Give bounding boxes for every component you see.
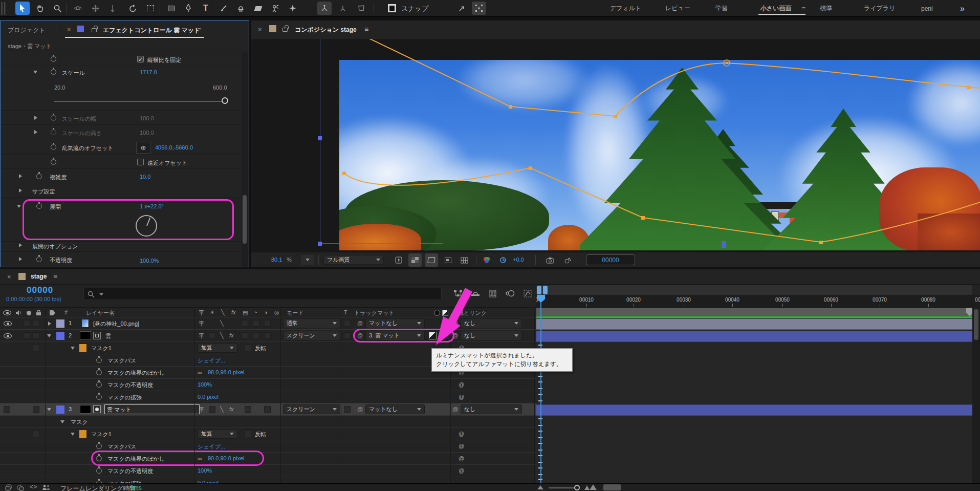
parent-dropdown[interactable]: なし <box>461 318 522 328</box>
pickwhip-icon[interactable]: @ <box>459 431 464 437</box>
snap-checkbox[interactable] <box>388 4 396 12</box>
layer-color-swatch[interactable] <box>56 319 64 328</box>
composition-color-swatch[interactable] <box>269 25 276 32</box>
tab-effect-controls[interactable]: エフェクトコントロール 雲 マット <box>103 26 200 35</box>
luma-matte-toggle-icon[interactable] <box>429 332 437 339</box>
collapse-chevron-icon[interactable] <box>17 205 21 208</box>
stopwatch-icon[interactable] <box>51 56 56 62</box>
fast-preview-icon[interactable] <box>392 253 405 267</box>
timeline-hscrollbar-thumb[interactable] <box>603 484 621 490</box>
opacity-value[interactable]: 100.0% <box>140 258 159 264</box>
stopwatch-icon[interactable] <box>51 159 56 165</box>
evolution-value[interactable]: 1 x+22.0° <box>140 203 164 209</box>
expand-chevron-icon[interactable] <box>48 322 51 326</box>
pickwhip-icon[interactable]: @ <box>459 455 464 461</box>
work-area-end-handle[interactable] <box>543 286 548 294</box>
track-matte-dropdown[interactable]: 3. 雲 マット <box>365 331 425 340</box>
timeline-zoom-slider-track[interactable] <box>549 487 575 488</box>
view-axis-mode[interactable] <box>354 2 368 15</box>
brush-tool[interactable] <box>216 2 230 15</box>
stopwatch-icon[interactable] <box>51 69 56 75</box>
mode-column-label[interactable]: モード <box>287 309 304 317</box>
timeline-vscrollbar[interactable] <box>972 307 980 483</box>
world-axis-mode[interactable] <box>336 2 350 15</box>
eraser-tool[interactable] <box>251 2 265 15</box>
track-matte-dropdown[interactable]: マットなし <box>365 318 425 328</box>
grid-guides-icon[interactable] <box>458 253 471 267</box>
layer-row-2[interactable]: 2 雲 平 ╲ fx スクリーン @ 3. 雲 マット @ なし <box>0 330 536 342</box>
workspace-default[interactable]: デフォルト <box>610 0 641 17</box>
expand-chevron-icon[interactable] <box>19 257 22 261</box>
comp-timecode-field[interactable]: 00000 <box>586 254 635 265</box>
people-icon[interactable] <box>42 484 51 490</box>
shy-layers-icon[interactable] <box>468 287 483 300</box>
workspace-overflow-chevrons[interactable]: » <box>960 0 965 17</box>
video-eye-icon[interactable] <box>4 321 12 326</box>
layer-row-3-selected[interactable]: 3 雲 マット 平 ╲ fx スクリーン @ マットなし @ なし <box>0 403 536 416</box>
property-row-mask-path[interactable]: マスクパス シェイプ... @ <box>0 440 536 453</box>
property-value[interactable]: 0.0 pixel <box>198 394 219 400</box>
pen-tool[interactable] <box>181 2 195 15</box>
work-area-bar[interactable] <box>536 308 972 316</box>
link-icon[interactable]: ∞ <box>198 369 202 376</box>
ec-scrollbar-thumb[interactable] <box>243 195 247 244</box>
time-ruler[interactable]: 00000 00010 00020 00030 00040 00050 0006… <box>536 295 980 307</box>
blend-mode-dropdown[interactable]: 通常 <box>283 318 340 328</box>
stopwatch-icon[interactable] <box>51 115 56 121</box>
clone-stamp-tool[interactable] <box>233 2 248 15</box>
roto-brush-tool[interactable] <box>286 2 300 15</box>
workspace-standard[interactable]: 標準 <box>820 0 832 17</box>
code-brackets-icon[interactable]: <> <box>30 484 37 491</box>
stopwatch-icon[interactable] <box>96 456 102 461</box>
search-input[interactable] <box>83 288 442 300</box>
aspect-ratio-checkbox[interactable]: ✓ <box>137 56 144 62</box>
quality-switch[interactable]: ╲ <box>220 406 224 413</box>
mask-mode-dropdown[interactable]: 加算 <box>198 429 237 439</box>
property-row-mask-expansion-partial[interactable]: マスクの拡張 0.0 pixel <box>0 477 536 483</box>
pan-camera-tool[interactable] <box>88 2 102 15</box>
effect-controls-color-swatch[interactable] <box>77 26 84 32</box>
rectangle-tool[interactable] <box>164 2 178 15</box>
perspective-offset-checkbox[interactable] <box>137 159 144 165</box>
panel-menu-icon[interactable]: ≡ <box>53 272 57 281</box>
parent-link-column-label[interactable]: 親とリンク <box>458 309 487 317</box>
workspace-review[interactable]: レビュー <box>665 0 690 17</box>
effects-switch[interactable]: fx <box>229 406 234 412</box>
mask-path-overlay[interactable] <box>251 39 980 252</box>
track-matte-column-label[interactable]: トラックマット <box>354 309 395 317</box>
collapse-chevron-icon[interactable] <box>47 334 51 337</box>
blend-mode-dropdown[interactable]: スクリーン <box>283 404 340 414</box>
pickwhip-icon[interactable]: @ <box>459 394 464 400</box>
zoom-tool[interactable] <box>50 2 64 15</box>
stopwatch-icon[interactable] <box>96 382 102 388</box>
tab-close-icon[interactable]: × <box>258 26 262 33</box>
zoom-dropdown-button[interactable] <box>301 255 314 265</box>
layer-name-column-label[interactable]: レイヤー名 <box>86 309 115 317</box>
region-of-interest-icon[interactable] <box>441 253 454 267</box>
stacked-frames-icon[interactable] <box>5 484 13 491</box>
stopwatch-icon[interactable] <box>51 144 56 150</box>
graph-editor-icon[interactable] <box>520 287 535 300</box>
layer-name-edit-field[interactable]: 雲 マット <box>104 404 200 414</box>
scale-slider-track[interactable] <box>54 101 228 102</box>
workspace-learn[interactable]: 学習 <box>715 0 728 17</box>
layer-name[interactable]: [昼の神社_00.png] <box>93 320 139 328</box>
pickwhip-icon[interactable]: @ <box>459 381 464 388</box>
property-row-mask-opacity[interactable]: マスクの不透明度 100% @ <box>0 465 536 477</box>
scale-value[interactable]: 1717.0 <box>140 69 157 75</box>
channel-color-icon[interactable] <box>480 253 493 267</box>
orbit-camera-tool[interactable] <box>71 2 85 15</box>
stopwatch-icon[interactable] <box>96 394 102 400</box>
property-value[interactable]: 100% <box>198 467 212 474</box>
mask-mode-dropdown[interactable]: 加算 <box>198 343 237 353</box>
tab-close-icon[interactable]: × <box>7 273 11 281</box>
mask-name[interactable]: マスク1 <box>91 431 112 438</box>
mask-name[interactable]: マスク1 <box>91 345 112 352</box>
shy-switch[interactable]: 平 <box>199 406 204 414</box>
mask-invert-checkbox[interactable] <box>245 345 251 351</box>
mini-flowchart-icon[interactable] <box>450 287 466 300</box>
offset-target-button[interactable]: ⊕ <box>136 142 150 154</box>
unlock-icon[interactable] <box>282 28 288 32</box>
dolly-camera-tool[interactable] <box>105 2 120 15</box>
collapse-chevron-icon[interactable] <box>47 408 51 411</box>
